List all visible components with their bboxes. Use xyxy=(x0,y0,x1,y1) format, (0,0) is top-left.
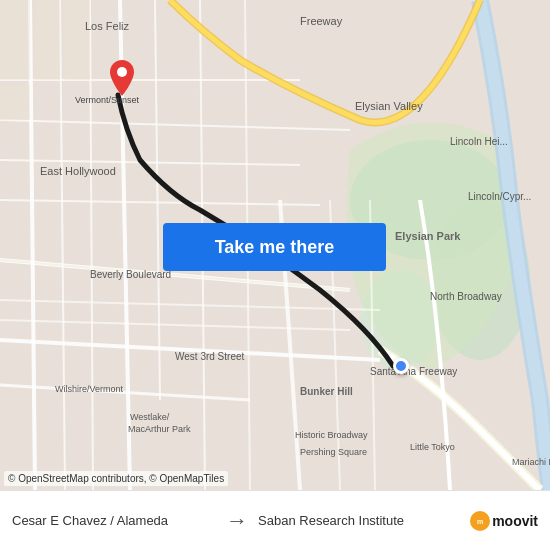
svg-text:East Hollywood: East Hollywood xyxy=(40,165,116,177)
to-label: Saban Research Institute xyxy=(258,513,462,528)
svg-text:Los Feliz: Los Feliz xyxy=(85,20,130,32)
svg-rect-24 xyxy=(0,0,30,80)
svg-text:Wilshire/Vermont: Wilshire/Vermont xyxy=(55,384,124,394)
moovit-text: moovit xyxy=(492,513,538,529)
route-to: Saban Research Institute xyxy=(258,513,462,528)
svg-rect-27 xyxy=(0,85,30,120)
moovit-dot: m xyxy=(470,511,490,531)
svg-text:West 3rd Street: West 3rd Street xyxy=(175,351,245,362)
svg-point-49 xyxy=(117,67,127,77)
svg-text:Little Tokyo: Little Tokyo xyxy=(410,442,455,452)
moovit-logo: m moovit xyxy=(470,511,538,531)
svg-text:North Broadway: North Broadway xyxy=(430,291,502,302)
svg-text:Beverly Boulevard: Beverly Boulevard xyxy=(90,269,171,280)
svg-text:Pershing Square: Pershing Square xyxy=(300,447,367,457)
svg-text:Bunker Hill: Bunker Hill xyxy=(300,386,353,397)
from-label: Cesar E Chavez / Alameda xyxy=(12,513,216,528)
svg-rect-26 xyxy=(65,0,90,80)
svg-text:Elysian Valley: Elysian Valley xyxy=(355,100,423,112)
destination-marker xyxy=(393,358,409,374)
bottom-bar: Cesar E Chavez / Alameda → Saban Researc… xyxy=(0,490,550,550)
svg-text:Historic Broadway: Historic Broadway xyxy=(295,430,368,440)
svg-text:Lincoln Hei...: Lincoln Hei... xyxy=(450,136,508,147)
map-attribution: © OpenStreetMap contributors, © OpenMapT… xyxy=(4,471,228,486)
route-arrow: → xyxy=(226,508,248,534)
svg-rect-25 xyxy=(35,0,60,80)
svg-text:Mariachi P...: Mariachi P... xyxy=(512,457,550,467)
map-container: Los Feliz Freeway Elysian Valley Lincoln… xyxy=(0,0,550,490)
route-from: Cesar E Chavez / Alameda xyxy=(12,513,216,528)
svg-text:Elysian Park: Elysian Park xyxy=(395,230,461,242)
svg-text:Santa Ana Freeway: Santa Ana Freeway xyxy=(370,366,457,377)
svg-text:Lincoln/Cypr...: Lincoln/Cypr... xyxy=(468,191,531,202)
svg-text:m: m xyxy=(477,518,483,525)
svg-text:Westlake/: Westlake/ xyxy=(130,412,170,422)
svg-text:Freeway: Freeway xyxy=(300,15,343,27)
svg-text:MacArthur Park: MacArthur Park xyxy=(128,424,191,434)
origin-pin xyxy=(110,60,134,100)
take-me-there-button[interactable]: Take me there xyxy=(163,223,386,271)
